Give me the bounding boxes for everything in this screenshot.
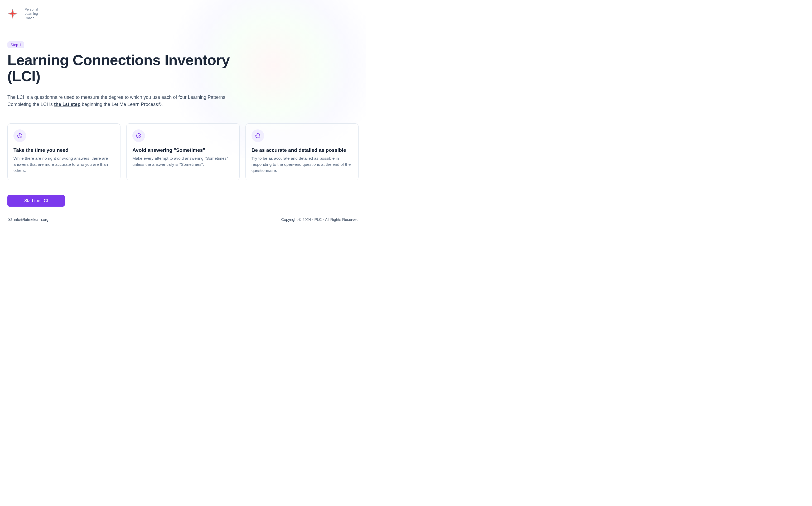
hero: Step 1 Learning Connections Inventory (L… <box>7 41 250 108</box>
check-circle-icon <box>132 130 145 142</box>
logo-text-line: Personal <box>24 7 38 12</box>
logo-divider <box>21 8 21 19</box>
logo-star-icon <box>7 8 18 19</box>
logo-text-line: Learning <box>24 12 38 16</box>
page-title: Learning Connections Inventory (LCI) <box>7 52 250 84</box>
card-title: Avoid answering "Sometimes" <box>132 147 233 153</box>
crosshair-icon <box>251 130 264 142</box>
footer: info@letmelearn.org Copyright © 2024 - P… <box>7 211 358 228</box>
footer-email-text: info@letmelearn.org <box>14 218 49 222</box>
footer-copyright: Copyright © 2024 - PLC - All Rights Rese… <box>281 218 358 222</box>
step-badge: Step 1 <box>7 41 24 48</box>
card-body: Try to be as accurate and detailed as po… <box>251 155 352 174</box>
card-accurate: Be as accurate and detailed as possible … <box>245 123 358 180</box>
cards-row: Take the time you need While there are n… <box>7 123 358 180</box>
card-time: Take the time you need While there are n… <box>7 123 120 180</box>
card-title: Be as accurate and detailed as possible <box>251 147 352 153</box>
start-lci-button[interactable]: Start the LCI <box>7 195 65 206</box>
cta-wrap: Start the LCI <box>7 195 358 206</box>
page-subtitle: The LCI is a questionnaire used to measu… <box>7 94 250 108</box>
subtitle-underline: the 1st step <box>54 102 80 107</box>
card-title: Take the time you need <box>13 147 114 153</box>
card-body: While there are no right or wrong answer… <box>13 155 114 174</box>
card-avoid-sometimes: Avoid answering "Sometimes" Make every a… <box>126 123 239 180</box>
clock-icon <box>13 130 26 142</box>
subtitle-part: beginning the Let Me Learn Process®. <box>80 102 163 107</box>
logo-text-line: Coach <box>24 16 38 20</box>
footer-email[interactable]: info@letmelearn.org <box>7 217 49 222</box>
logo: Personal Learning Coach <box>7 7 358 20</box>
card-body: Make every attempt to avoid answering "S… <box>132 155 233 168</box>
mail-icon <box>7 217 12 222</box>
logo-text: Personal Learning Coach <box>24 7 38 20</box>
